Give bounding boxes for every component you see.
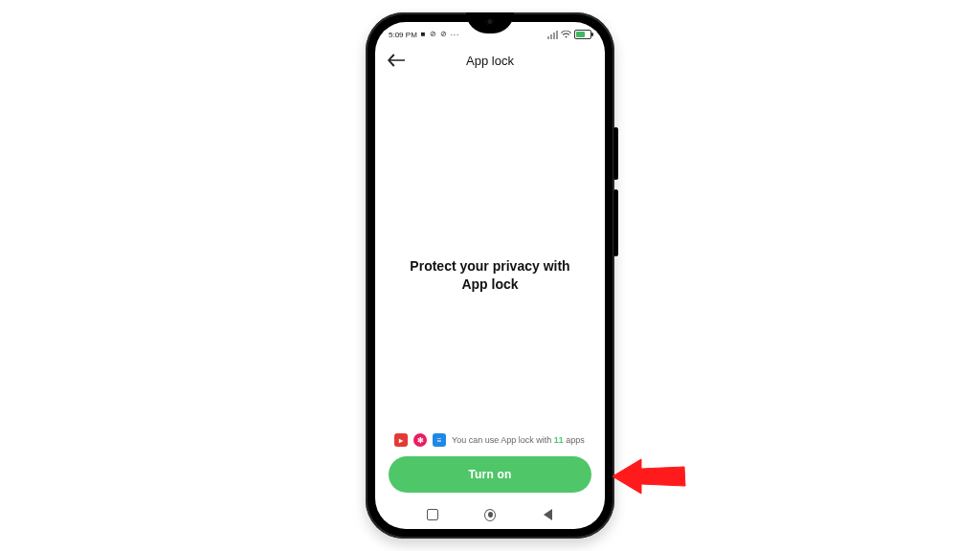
status-dnd-icon: ⊘	[430, 31, 436, 38]
stage: 5:09 PM ■ ⊘ ⊘ ···	[0, 0, 980, 551]
status-left: 5:09 PM ■ ⊘ ⊘ ···	[389, 31, 459, 39]
nav-home-button[interactable]	[484, 509, 496, 520]
status-more-icon: ···	[451, 31, 460, 39]
screen: 5:09 PM ■ ⊘ ⊘ ···	[375, 22, 605, 529]
phone-camera	[486, 17, 495, 26]
battery-icon	[574, 30, 591, 39]
phone-side-button-bottom	[613, 189, 618, 256]
settings-app-icon: ✻	[413, 433, 427, 447]
footer: ▸ ✻ ≡ You can use App lock with 11 apps …	[375, 433, 605, 500]
apps-count: 11	[554, 435, 564, 445]
status-mute-icon: ⊘	[440, 31, 447, 38]
wifi-icon	[561, 30, 571, 40]
apps-text-suffix: apps	[564, 435, 585, 445]
turn-on-button[interactable]: Turn on	[389, 456, 591, 493]
status-rec-icon: ■	[421, 31, 426, 38]
annotation-arrow	[612, 448, 689, 509]
triangle-left-icon	[544, 509, 552, 520]
apps-summary-row: ▸ ✻ ≡ You can use App lock with 11 apps	[394, 433, 590, 447]
circle-icon	[484, 509, 496, 521]
status-time: 5:09 PM	[389, 31, 417, 39]
phone-side-button-top	[613, 127, 618, 180]
main-content: Protect your privacy with App lock	[375, 76, 605, 433]
nav-back-button[interactable]	[542, 509, 553, 520]
apps-summary-text: You can use App lock with 11 apps	[452, 435, 585, 445]
signal-icon	[547, 31, 558, 39]
messaging-app-icon: ≡	[433, 433, 446, 447]
phone-frame: 5:09 PM ■ ⊘ ⊘ ···	[366, 12, 614, 539]
headline-text: Protect your privacy with App lock	[375, 258, 605, 295]
svg-marker-0	[612, 459, 685, 494]
apps-text-prefix: You can use App lock with	[452, 435, 554, 445]
youtube-icon: ▸	[394, 433, 408, 447]
square-icon	[427, 509, 438, 520]
android-nav-bar	[375, 500, 605, 529]
arrow-left-icon	[388, 54, 405, 67]
back-button[interactable]	[383, 47, 410, 74]
app-header: App lock	[375, 45, 605, 76]
page-title: App lock	[466, 54, 514, 68]
status-right	[547, 30, 591, 40]
nav-recent-button[interactable]	[427, 509, 438, 520]
